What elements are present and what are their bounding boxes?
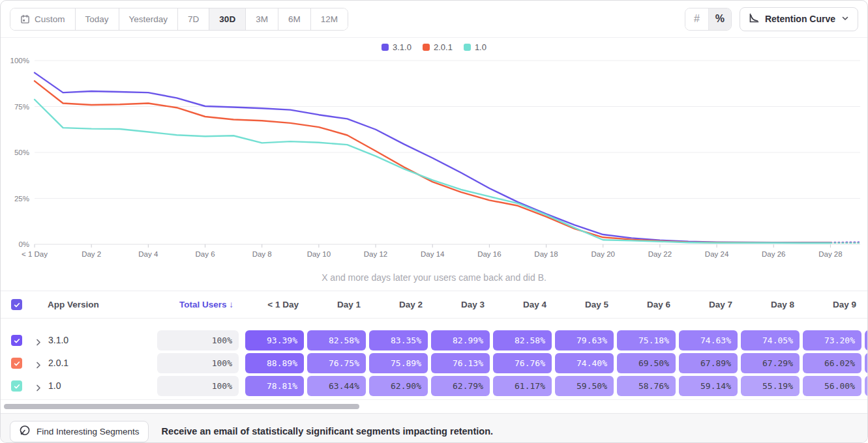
y-axis-tick-label: 25%: [14, 195, 29, 203]
column-header-day-3[interactable]: Day 3: [431, 300, 485, 309]
date-preset-label: 6M: [288, 14, 301, 24]
retention-cell-1-0-day-2[interactable]: 62.90%: [369, 376, 428, 396]
retention-cell-1-0-day-8[interactable]: 55.19%: [741, 376, 800, 396]
legend-label: 2.0.1: [434, 42, 453, 52]
date-preset-7d[interactable]: 7D: [177, 8, 209, 30]
chevron-down-icon: [841, 14, 849, 24]
legend-label: 1.0: [475, 42, 486, 52]
date-preset-custom[interactable]: Custom: [10, 8, 75, 30]
retention-cell-2-0-1-day-6[interactable]: 69.50%: [617, 353, 676, 373]
retention-cell-1-0-day-7[interactable]: 59.14%: [679, 376, 738, 396]
legend-swatch: [382, 44, 389, 51]
retention-cell-3-1-0-day-0[interactable]: 93.39%: [245, 330, 304, 350]
retention-cell-2-0-1-day-0[interactable]: 88.89%: [245, 353, 304, 373]
column-header-app-version: App Version: [48, 300, 99, 309]
date-preset-label: 3M: [256, 14, 268, 24]
app-version-label: 1.0: [48, 380, 61, 391]
y-axis-tick-label: 0%: [18, 240, 29, 248]
x-axis-tick-label: Day 6: [195, 250, 215, 258]
table-body: 3.1.0100%93.39%82.58%83.35%82.99%82.58%7…: [1, 319, 867, 399]
column-header-day-2[interactable]: Day 2: [369, 300, 423, 309]
retention-cell-3-1-0-day-3[interactable]: 82.99%: [431, 330, 490, 350]
retention-cell-2-0-1-day-9[interactable]: 66.02%: [803, 353, 861, 373]
chart-type-dropdown[interactable]: Retention Curve: [740, 7, 858, 31]
select-all-checkbox[interactable]: [11, 299, 22, 310]
footer-bar: Find Interesting Segments Receive an ema…: [1, 413, 867, 443]
retention-cell-1-0-day-9[interactable]: 56.00%: [803, 376, 861, 396]
retention-cell-3-1-0-day-8[interactable]: 74.05%: [741, 330, 800, 350]
legend-item-1-0[interactable]: 1.0: [464, 42, 486, 52]
date-preset-today[interactable]: Today: [75, 8, 119, 30]
retention-cell-clipped[interactable]: [865, 330, 868, 350]
column-header-day-8[interactable]: Day 8: [741, 300, 794, 309]
legend-swatch: [423, 44, 430, 51]
legend-label: 3.1.0: [393, 42, 412, 52]
x-axis-tick-label: Day 12: [364, 250, 387, 258]
expand-chevron-icon[interactable]: [35, 337, 42, 349]
retention-cell-3-1-0-day-2[interactable]: 83.35%: [369, 330, 428, 350]
column-header-1-day[interactable]: < 1 Day: [245, 300, 299, 309]
column-header-day-4[interactable]: Day 4: [493, 300, 546, 309]
retention-cell-1-0-day-0[interactable]: 78.81%: [245, 376, 304, 396]
table-header-row: App VersionTotal Users ↓< 1 DayDay 1Day …: [1, 291, 867, 319]
date-preset-6m[interactable]: 6M: [278, 8, 310, 30]
date-preset-30d[interactable]: 30D: [209, 8, 245, 30]
table-row-1-0: 1.0100%78.81%63.44%62.90%62.79%61.17%59.…: [1, 375, 867, 397]
retention-cell-2-0-1-day-5[interactable]: 74.40%: [555, 353, 614, 373]
horizontal-scrollbar: [1, 399, 867, 413]
retention-cell-2-0-1-day-7[interactable]: 67.89%: [679, 353, 738, 373]
find-interesting-segments-button[interactable]: Find Interesting Segments: [10, 421, 149, 442]
column-header-day-6[interactable]: Day 6: [617, 300, 670, 309]
retention-cell-3-1-0-day-6[interactable]: 75.18%: [617, 330, 676, 350]
legend-item-3-1-0[interactable]: 3.1.0: [382, 42, 412, 52]
retention-cell-3-1-0-day-9[interactable]: 73.20%: [803, 330, 861, 350]
retention-line-chart: 0%25%50%75%100%< 1 DayDay 2Day 4Day 6Day…: [1, 38, 868, 264]
legend-item-2-0-1[interactable]: 2.0.1: [423, 42, 453, 52]
total-users-cell: 100%: [157, 376, 239, 396]
row-checkbox-2-0-1[interactable]: [11, 358, 22, 369]
retention-cell-3-1-0-day-5[interactable]: 79.63%: [555, 330, 614, 350]
absolute-values-toggle[interactable]: #: [685, 8, 708, 30]
column-header-day-5[interactable]: Day 5: [555, 300, 608, 309]
percent-values-toggle[interactable]: %: [708, 8, 731, 30]
retention-cell-2-0-1-day-2[interactable]: 75.89%: [369, 353, 428, 373]
date-preset-yesterday[interactable]: Yesterday: [119, 8, 178, 30]
expand-chevron-icon[interactable]: [35, 382, 42, 394]
retention-cell-1-0-day-5[interactable]: 59.50%: [555, 376, 614, 396]
retention-cell-1-0-day-6[interactable]: 58.76%: [617, 376, 676, 396]
y-axis-tick-label: 75%: [14, 103, 29, 111]
x-axis-tick-label: Day 4: [138, 250, 158, 258]
expand-chevron-icon[interactable]: [35, 360, 42, 371]
row-checkbox-3-1-0[interactable]: [11, 335, 22, 346]
retention-cell-1-0-day-3[interactable]: 62.79%: [431, 376, 490, 396]
legend-swatch: [464, 44, 471, 51]
x-axis-tick-label: Day 18: [534, 250, 558, 258]
retention-cell-3-1-0-day-4[interactable]: 82.58%: [493, 330, 552, 350]
column-header-day-1[interactable]: Day 1: [307, 300, 361, 309]
retention-cell-3-1-0-day-7[interactable]: 74.63%: [679, 330, 738, 350]
date-preset-label: 30D: [219, 14, 235, 24]
column-header-total-users[interactable]: Total Users ↓: [157, 300, 233, 309]
retention-cell-2-0-1-day-1[interactable]: 76.75%: [307, 353, 366, 373]
value-format-toggle: #%: [685, 8, 732, 31]
horizontal-scrollbar-thumb[interactable]: [4, 404, 359, 409]
retention-cell-1-0-day-1[interactable]: 63.44%: [307, 376, 366, 396]
x-axis-tick-label: < 1 Day: [22, 250, 48, 258]
retention-cell-2-0-1-day-8[interactable]: 67.29%: [741, 353, 800, 373]
retention-cell-2-0-1-day-4[interactable]: 76.76%: [493, 353, 552, 373]
row-checkbox-1-0[interactable]: [11, 380, 22, 392]
column-header-day-7[interactable]: Day 7: [679, 300, 732, 309]
retention-cell-clipped[interactable]: [865, 353, 868, 373]
retention-cell-3-1-0-day-1[interactable]: 82.58%: [307, 330, 366, 350]
retention-cell-2-0-1-day-3[interactable]: 76.13%: [431, 353, 490, 373]
date-preset-3m[interactable]: 3M: [245, 8, 278, 30]
retention-cell-clipped[interactable]: [865, 376, 868, 396]
date-preset-12m[interactable]: 12M: [310, 8, 348, 30]
date-preset-label: Today: [85, 14, 109, 24]
retention-cell-1-0-day-4[interactable]: 61.17%: [493, 376, 552, 396]
retention-table: App VersionTotal Users ↓< 1 DayDay 1Day …: [1, 291, 867, 399]
table-row-2-0-1: 2.0.1100%88.89%76.75%75.89%76.13%76.76%7…: [1, 352, 867, 375]
x-axis-tick-label: Day 8: [252, 250, 272, 258]
column-header-day-9[interactable]: Day 9: [803, 300, 856, 309]
date-preset-label: 12M: [321, 14, 338, 24]
